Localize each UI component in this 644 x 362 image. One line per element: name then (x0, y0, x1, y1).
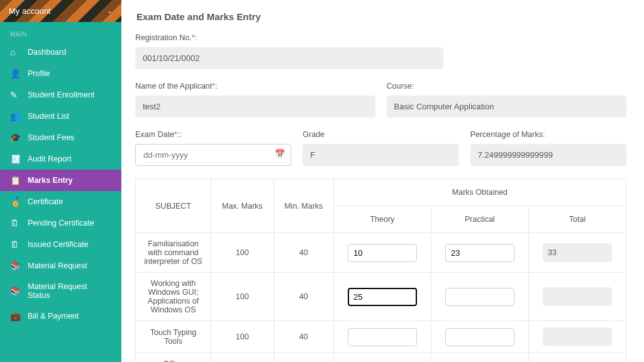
theory-input[interactable] (348, 328, 417, 346)
sidebar-item-student-enrollment[interactable]: ✎Student Enrollment (0, 84, 121, 106)
nav-label: Audit Report (28, 155, 71, 163)
sidebar-item-marks-entry[interactable]: 📋Marks Entry (0, 170, 121, 191)
col-min: Min. Marks (274, 179, 333, 233)
nav-icon: 💼 (10, 311, 21, 321)
nav-label: Student Enrollment (28, 90, 94, 99)
total-cell (543, 287, 612, 306)
sidebar: My account ⌄ MAIN ⌂Dashboard👤Profile✎Stu… (0, 0, 121, 362)
pct-label: Percentage of Marks: (470, 130, 626, 139)
nav-icon: ⌂ (10, 47, 21, 57)
practical-input[interactable] (445, 244, 514, 262)
cell-max: 100 (211, 353, 274, 363)
nav: ⌂Dashboard👤Profile✎Student Enrollment👥St… (0, 41, 121, 327)
nav-label: Material Request Status (28, 282, 111, 300)
nav-label: Material Request (28, 261, 87, 270)
nav-label: Pending Certificate (28, 219, 94, 228)
cell-min: 40 (274, 273, 333, 321)
nav-label: Dashboard (28, 48, 66, 57)
total-cell: 33 (543, 243, 612, 262)
main-panel: Exam Date and Marks Entry Registration N… (121, 0, 644, 362)
nav-icon: 👤 (10, 69, 21, 79)
nav-label: Student Fees (28, 133, 74, 142)
total-cell (543, 327, 612, 346)
nav-icon: 🎓 (10, 133, 21, 143)
name-label: Name of the Applicant*: (135, 82, 375, 90)
cell-min: 40 (274, 353, 333, 363)
name-value: test2 (135, 96, 375, 118)
nav-label: Issued Certificate (28, 240, 89, 249)
nav-section-label: MAIN (0, 22, 121, 41)
theory-input[interactable] (348, 244, 417, 262)
reg-value: 001/10/21/0002 (135, 47, 443, 69)
reg-label: Registration No.*: (135, 33, 443, 42)
nav-icon: 🧾 (10, 154, 21, 164)
course-value: Basic Computer Application (387, 96, 627, 118)
cell-min: 40 (274, 321, 333, 353)
course-label: Course: (387, 82, 627, 90)
cell-subject: Touch Typing Tools (136, 321, 211, 353)
sidebar-item-profile[interactable]: 👤Profile (0, 63, 121, 84)
table-row: Familiarisation with command interpreter… (136, 233, 626, 273)
sidebar-item-audit-report[interactable]: 🧾Audit Report (0, 148, 121, 170)
sidebar-item-student-fees[interactable]: 🎓Student Fees (0, 127, 121, 148)
cell-max: 100 (211, 233, 274, 273)
sidebar-item-dashboard[interactable]: ⌂Dashboard (0, 41, 121, 63)
practical-input[interactable] (445, 288, 514, 306)
col-practical: Practical (431, 206, 528, 233)
table-row: Touch Typing Tools10040 (136, 321, 626, 353)
nav-icon: 📋 (10, 175, 21, 185)
col-obtained: Marks Obtained (333, 179, 626, 206)
account-label: My account (9, 6, 50, 16)
cell-max: 100 (211, 321, 274, 353)
cell-subject: Familiarisation with command interpreter… (136, 233, 211, 273)
nav-label: Student List (28, 112, 69, 121)
exam-date-input[interactable] (135, 144, 291, 166)
grade-label: Grade (303, 130, 458, 139)
theory-input[interactable] (348, 288, 417, 306)
nav-label: Certificate (28, 197, 63, 206)
grade-value: F (303, 144, 458, 166)
sidebar-item-issued-certificate[interactable]: 🗓Issued Certificate (0, 234, 121, 255)
sidebar-item-student-list[interactable]: 👥Student List (0, 106, 121, 127)
pct-value: 7.249999999999999 (470, 144, 626, 166)
col-subject: SUBJECT (136, 179, 211, 233)
col-max: Max. Marks (211, 179, 274, 233)
nav-icon: ✎ (10, 90, 21, 100)
table-row: Working with Windows GUI; Applications o… (136, 273, 626, 321)
calendar-icon[interactable]: 📅 (275, 149, 285, 158)
nav-icon: 🗓 (10, 218, 21, 228)
col-theory: Theory (333, 206, 431, 233)
nav-icon: 📚 (10, 286, 21, 296)
chevron-down-icon: ⌄ (107, 7, 113, 15)
sidebar-item-material-request[interactable]: 📚Material Request (0, 255, 121, 277)
cell-min: 40 (274, 233, 333, 273)
nav-label: Bill & Payment (28, 312, 79, 321)
account-dropdown[interactable]: My account ⌄ (0, 0, 121, 22)
page-title: Exam Date and Marks Entry (135, 0, 626, 33)
sidebar-item-certificate[interactable]: 🏅Certificate (0, 191, 121, 212)
practical-input[interactable] (445, 328, 514, 346)
nav-icon: 📚 (10, 261, 21, 271)
cell-subject: Office Applications- Word Processors: MS… (136, 353, 211, 363)
sidebar-item-bill-payment[interactable]: 💼Bill & Payment (0, 305, 121, 327)
exam-date-label: Exam Date*:: (135, 130, 291, 139)
table-row: Office Applications- Word Processors: MS… (136, 353, 626, 363)
sidebar-item-pending-certificate[interactable]: 🗓Pending Certificate (0, 212, 121, 234)
nav-label: Marks Entry (28, 176, 73, 185)
cell-max: 100 (211, 273, 274, 321)
col-total: Total (528, 206, 626, 233)
nav-icon: 🗓 (10, 239, 21, 250)
nav-label: Profile (28, 69, 50, 78)
nav-icon: 👥 (10, 111, 21, 121)
cell-subject: Working with Windows GUI; Applications o… (136, 273, 211, 321)
sidebar-item-material-request-status[interactable]: 📚Material Request Status (0, 277, 121, 305)
nav-icon: 🏅 (10, 197, 21, 207)
marks-table: SUBJECT Max. Marks Min. Marks Marks Obta… (135, 178, 626, 362)
